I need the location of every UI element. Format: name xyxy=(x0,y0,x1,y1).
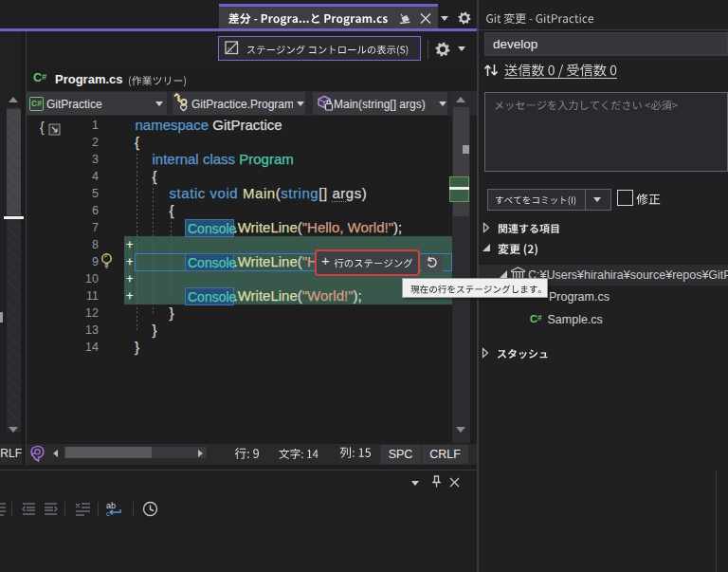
svg-text:c: c xyxy=(106,509,110,517)
